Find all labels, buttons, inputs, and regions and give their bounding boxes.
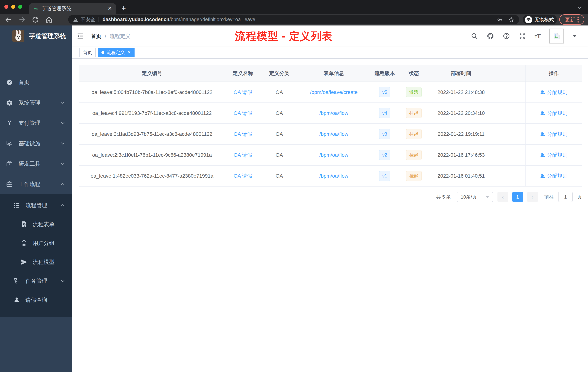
sidebar-item-dashboard-0[interactable]: 首页 [0,72,72,92]
home-icon[interactable] [45,16,53,23]
tag-process-definition[interactable]: 流程定义 ✕ [98,48,135,57]
person-icon [13,296,20,304]
new-tab-button[interactable]: + [119,4,128,13]
form-info-link[interactable]: /bpm/oa/leave/create [310,89,358,95]
prev-page-button[interactable]: ‹ [497,192,508,202]
sidebar-item-person-11[interactable]: 请假查询 [0,290,72,309]
definition-name-link[interactable]: OA 请假 [234,110,252,117]
form-info-link[interactable]: /bpm/oa/flow [319,173,348,179]
user-avatar[interactable] [549,29,564,44]
sidebar-item-yen-2[interactable]: ¥支付管理 [0,113,72,133]
assign-rule-label: 分配规则 [547,89,567,96]
deploy-time-cell: 2022-01-16 01:40:51 [428,166,494,186]
avatar-dropdown-caret-icon[interactable] [573,35,577,37]
form-info-link[interactable]: /bpm/oa/flow [319,131,348,137]
sidebar-item-label: 工作流程 [19,181,40,188]
navbar-actions: TT [471,25,577,47]
definition-id-cell: oa_leave:4:991f2193-7b7f-11ec-a3c8-acde4… [79,103,225,123]
sidebar-item-send-9[interactable]: 流程模型 [0,253,72,272]
search-icon[interactable] [471,33,478,40]
window-close-button[interactable] [4,5,8,9]
deploy-time-cell: 2022-01-22 20:34:10 [428,103,494,123]
back-icon[interactable] [5,16,12,23]
sidebar-item-briefcase-4[interactable]: 研发工具 [0,153,72,174]
window-minimize-button[interactable] [11,5,15,9]
next-page-button[interactable]: › [527,192,538,202]
chevron-up-icon [60,202,66,208]
sidebar-logo-row[interactable]: 芋道管理系统 [0,25,72,47]
tag-home[interactable]: 首页 [79,48,96,57]
form-info-link[interactable]: /bpm/oa/flow [319,110,348,116]
assign-rule-button[interactable]: 分配规则 [540,89,567,96]
page-unit-label: 页 [577,194,582,200]
url-text[interactable]: dashboard.yudao.iocoder.cn/bpm/manager/d… [103,17,493,22]
version-badge: v4 [379,108,390,118]
browser-update-button[interactable]: 更新 [559,14,584,25]
row-filler [494,103,525,123]
font-size-icon[interactable]: TT [535,33,540,40]
assign-rule-button[interactable]: 分配规则 [540,152,567,159]
definition-name-link[interactable]: OA 请假 [234,173,252,179]
forward-icon[interactable] [18,16,26,23]
action-cell: 分配规则 [525,145,582,165]
yen-icon: ¥ [6,119,13,127]
status-badge: 挂起 [406,108,422,118]
goto-page-input[interactable]: 1 [558,192,573,202]
window-maximize-button[interactable] [18,5,22,9]
tags-view-bar: 首页 流程定义 ✕ [72,47,588,59]
definition-name-link[interactable]: OA 请假 [234,89,252,96]
fullscreen-icon[interactable] [519,33,526,40]
security-warning-icon[interactable] [73,17,78,22]
treelist-icon [13,202,20,209]
bookmark-star-icon[interactable] [508,17,514,23]
form-icon [20,220,28,228]
assign-rule-label: 分配规则 [547,173,567,179]
sidebar-item-treelist-6[interactable]: 流程管理 [0,196,72,215]
status-cell: 挂起 [399,166,428,186]
sidebar-item-form-7[interactable]: 流程表单 [0,215,72,234]
header-filler [494,65,525,82]
form-info-link[interactable]: /bpm/oa/flow [319,152,348,158]
sidebar-menu: 首页系统管理¥支付管理基础设施研发工具工作流程流程管理流程表单用户分组流程模型任… [0,72,72,317]
browser-tab[interactable]: 芋道管理系统 ✕ [29,3,116,14]
send-icon [20,258,28,266]
pagination-total: 共 5 条 [436,194,451,200]
status-cell: 挂起 [399,103,428,123]
assign-rule-button[interactable]: 分配规则 [540,131,567,138]
definition-name-link[interactable]: OA 请假 [234,131,252,138]
sidebar-item-gear-1[interactable]: 系统管理 [0,92,72,113]
definition-name-cell: OA 请假 [225,124,261,144]
assign-rule-button[interactable]: 分配规则 [540,110,567,117]
github-icon[interactable] [487,33,494,40]
tag-close-icon[interactable]: ✕ [127,50,131,55]
page-size-select[interactable]: 10条/页 [457,192,493,202]
sidebar-item-label: 流程管理 [25,202,47,209]
table-row: oa_leave:3:1fad3d93-7b75-11ec-a3c8-acde4… [79,124,582,145]
breadcrumb-home[interactable]: 首页 [91,33,101,40]
assign-rule-button[interactable]: 分配规则 [540,173,567,179]
definition-name-link[interactable]: OA 请假 [234,152,252,159]
action-cell: 分配规则 [525,166,582,186]
reload-icon[interactable] [32,16,39,23]
sidebar-item-usergroup-8[interactable]: 用户分组 [0,234,72,253]
form-info-cell: /bpm/oa/flow [297,166,370,186]
status-badge: 挂起 [406,171,422,181]
status-cell: 激活 [399,82,428,102]
process-version-cell: v3 [370,124,399,144]
sidebar-item-monitor-3[interactable]: 基础设施 [0,133,72,153]
column-header-5: 状态 [399,65,428,82]
tab-close-icon[interactable]: ✕ [108,5,112,11]
sidebar-item-briefcase-5[interactable]: 工作流程 [0,174,72,194]
help-icon[interactable] [503,33,510,40]
sidebar-collapse-icon[interactable] [76,32,84,40]
address-bar[interactable]: 不安全 dashboard.yudao.iocoder.cn/bpm/manag… [68,15,519,24]
window-controls [4,5,22,9]
security-label[interactable]: 不安全 [81,16,95,23]
user-icon [540,90,545,95]
tab-search-chevron-icon[interactable] [576,4,583,11]
browser-menu-dots-icon[interactable] [578,17,579,22]
page-1-button[interactable]: 1 [512,192,523,202]
breadcrumb-current: 流程定义 [109,33,131,40]
sidebar-item-tasktree-10[interactable]: 任务管理 [0,272,72,290]
key-icon[interactable] [497,17,503,23]
